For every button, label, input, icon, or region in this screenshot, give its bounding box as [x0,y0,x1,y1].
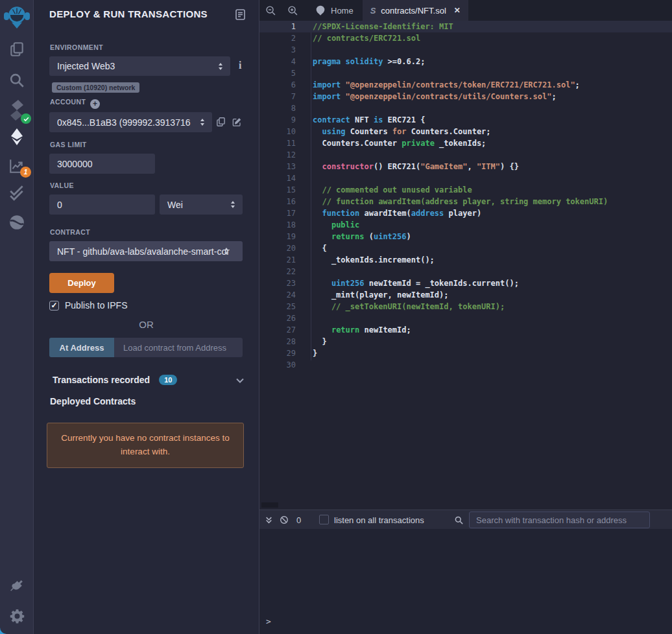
docs-icon[interactable] [235,9,245,23]
home-tab-icon [315,5,326,16]
code-line[interactable]: 12 [259,149,672,161]
code-line[interactable]: 15 // commented out unused variable [259,184,672,196]
code-line[interactable]: 18 public [259,219,672,231]
terminal-search-input[interactable]: Search with transaction hash or address [469,511,650,528]
panel-title: DEPLOY & RUN TRANSACTIONS [49,8,208,19]
code-line[interactable]: 26 [259,312,672,324]
remix-logo-icon[interactable] [0,3,34,30]
deploy-button[interactable]: Deploy [49,273,114,293]
line-number: 23 [259,277,313,289]
edit-account-icon[interactable] [232,117,242,130]
search-icon[interactable] [0,72,34,89]
solidity-compiler-icon[interactable] [0,99,34,122]
code-line[interactable]: 30 [259,359,672,371]
deploy-run-panel: DEPLOY & RUN TRANSACTIONS ENVIRONMENT In… [34,0,259,634]
environment-select[interactable]: Injected Web3 [49,56,230,76]
line-number: 10 [259,126,313,137]
code-line[interactable]: 29} [259,347,672,359]
code-line[interactable]: 25 // _setTokenURI(newItemId, tokenURI); [259,301,672,312]
transactions-recorded-row[interactable]: Transactions recorded 10 [53,374,244,386]
listen-all-checkbox[interactable] [319,515,329,524]
code-line[interactable]: 13 constructor() ERC721("GameItem", "ITM… [259,161,672,172]
value-unit-select[interactable]: Wei [160,194,243,215]
code-line[interactable]: 24 _mint(player, newItemId); [259,289,672,301]
line-number: 19 [259,231,313,242]
value-input[interactable]: 0 [49,194,155,215]
code-line[interactable]: 4pragma solidity >=0.6.2; [259,56,672,67]
resize-handle [261,502,278,508]
code-editor[interactable]: 1//SPDX-License-Identifier: MIT2// contr… [259,21,672,510]
at-address-input[interactable]: Load contract from Address [114,338,243,357]
environment-info-icon[interactable]: i [239,60,241,71]
unit-testing-icon[interactable] [0,185,34,202]
account-label: ACCOUNT+ [50,98,100,109]
code-line[interactable]: 17 function awardItem(address player) [259,207,672,219]
code-line[interactable]: 7import "@openzeppelin/contracts/utils/C… [259,91,672,102]
no-instances-alert: Currently you have no contract instances… [47,423,244,468]
code-line[interactable]: 22 [259,266,672,277]
select-arrows-icon [200,119,204,126]
code-line[interactable]: 6import "@openzeppelin/contracts/token/E… [259,79,672,91]
line-number: 20 [259,242,313,254]
network-badge: Custom (10920) network [52,82,139,93]
solidity-file-icon: S [370,6,376,16]
remix-ide: 1 DEPLOY & RUN TRANSACTIONS ENVIRONMENT … [0,0,672,634]
zoom-in-icon[interactable] [282,0,304,21]
line-number: 28 [259,336,313,347]
deployed-contracts-label: Deployed Contracts [50,396,136,406]
line-number: 30 [259,359,313,371]
line-number: 5 [259,67,313,79]
clear-console-icon[interactable] [280,510,289,530]
contract-select[interactable]: NFT - github/ava-labs/avalanche-smart-co… [49,241,243,261]
close-tab-icon[interactable]: ✕ [454,6,461,15]
code-line[interactable]: 5 [259,67,672,79]
terminal-prompt: > [266,616,271,626]
select-arrows-icon [219,63,222,70]
code-line[interactable]: 1//SPDX-License-Identifier: MIT [259,21,672,32]
code-line[interactable]: 11 Counters.Counter private _tokenIds; [259,137,672,149]
chevron-down-icon[interactable] [236,374,244,386]
code-line[interactable]: 8 [259,102,672,114]
code-line[interactable]: 3 [259,44,672,56]
publish-ipfs-checkbox[interactable]: ✓ [49,301,59,311]
copy-account-icon[interactable] [216,117,226,130]
line-number: 16 [259,196,313,207]
line-number: 15 [259,184,313,196]
code-line[interactable]: 10 using Counters for Counters.Counter; [259,126,672,137]
listen-all-label: listen on all transactions [334,510,424,530]
add-account-icon[interactable]: + [90,99,100,109]
account-select[interactable]: 0x845...B1aB3 (999992.3913716 [49,112,212,132]
code-line[interactable]: 28 } [259,336,672,347]
code-line[interactable]: 2// contracts/ERC721.sol [259,32,672,44]
line-number: 24 [259,289,313,301]
collapse-terminal-icon[interactable] [265,510,273,530]
code-line[interactable]: 21 _tokenIds.increment(); [259,254,672,266]
terminal-output[interactable]: > [259,529,672,634]
code-line[interactable]: 20 { [259,242,672,254]
deploy-run-icon[interactable] [0,128,34,146]
settings-icon[interactable] [0,608,34,624]
gas-limit-label: GAS LIMIT [50,141,87,148]
code-line[interactable]: 27 return newItemId; [259,324,672,336]
contract-label: CONTRACT [50,228,90,236]
debugger-icon[interactable] [0,214,34,231]
tab-home[interactable]: Home [306,0,363,21]
code-line[interactable]: 9contract NFT is ERC721 { [259,114,672,126]
plugin-manager-icon[interactable] [0,579,34,595]
code-line[interactable]: 14 [259,172,672,184]
tab-bar: Home S contracts/NFT.sol ✕ [259,0,672,21]
code-line[interactable]: 23 uint256 newItemId = _tokenIds.current… [259,277,672,289]
at-address-button[interactable]: At Address [49,338,114,357]
code-line[interactable]: 16 // function awardItem(address player,… [259,196,672,207]
or-separator: OR [34,319,259,330]
line-number: 27 [259,324,313,336]
code-line[interactable]: 19 returns (uint256) [259,231,672,242]
tab-contracts-nft-sol[interactable]: S contracts/NFT.sol ✕ [363,0,468,21]
zoom-out-icon[interactable] [259,0,282,21]
file-explorer-icon[interactable] [0,41,34,58]
static-analysis-icon[interactable]: 1 [0,158,34,174]
transactions-recorded-label: Transactions recorded [53,375,150,385]
editor-area: Home S contracts/NFT.sol ✕ 1//SPDX-Licen… [259,0,672,634]
gas-limit-input[interactable]: 3000000 [49,154,155,174]
line-number: 25 [259,301,313,312]
